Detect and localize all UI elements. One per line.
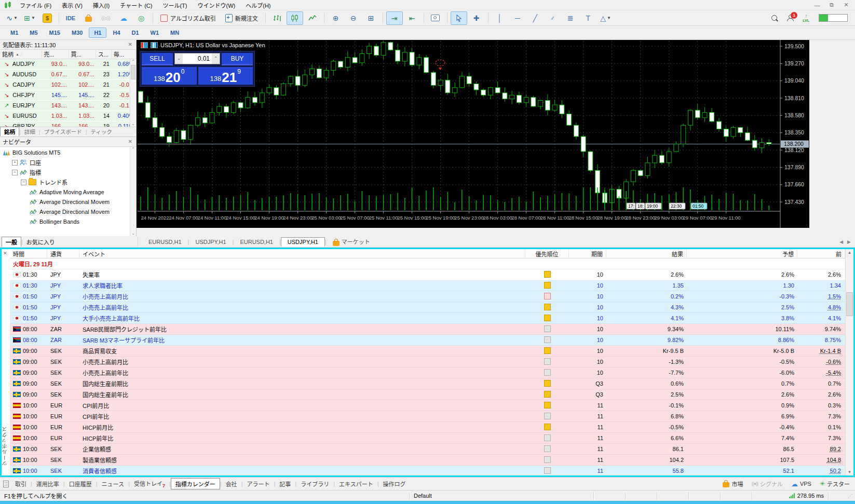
menu-item-2[interactable]: 挿入(I) [88, 2, 115, 10]
vline-icon[interactable]: │ [492, 11, 508, 25]
timeframe-M1[interactable]: M1 [5, 28, 23, 38]
market-bag-icon[interactable] [80, 11, 97, 25]
market-watch-row[interactable]: ↘ CADJPY102....102....21-0.0... [0, 80, 136, 90]
cursor-icon[interactable] [451, 11, 467, 25]
tile-windows-icon[interactable]: ⊞ [363, 11, 379, 25]
chart-tab-0[interactable]: EURUSD,H1 [142, 238, 188, 246]
toolbox-tab-2[interactable]: 口座履歴 [65, 478, 96, 489]
calendar-row[interactable]: 01:30JPY求人求職者比率101.351.301.34 [10, 280, 845, 291]
expand-icon[interactable]: + [12, 160, 18, 166]
timeframe-M15[interactable]: M15 [44, 28, 65, 38]
timeframe-M5[interactable]: M5 [24, 28, 43, 38]
tab-scroll-icon[interactable]: ▶ [847, 239, 851, 244]
timeframe-D1[interactable]: D1 [127, 28, 144, 38]
toolbox-tab-1[interactable]: 運用比率 [32, 478, 63, 489]
close-icon[interactable]: ✕ [127, 42, 133, 47]
lvl-icon[interactable]: ↑LVL [803, 13, 809, 22]
timeframe-H4[interactable]: H4 [107, 28, 125, 38]
menu-item-4[interactable]: ツール(T) [157, 2, 192, 10]
toolbox-tab-6[interactable]: 会社 [222, 478, 241, 489]
chart-window-icon[interactable]: ⊞▼ [21, 11, 38, 25]
calendar-column-4[interactable]: 期間 [569, 250, 606, 258]
algo-trading-button[interactable]: アルゴリズム取引 [156, 11, 220, 25]
market-watch-row[interactable]: ↘ GBPJPY166....166....190.11% [0, 121, 136, 127]
market-watch-tab-1[interactable]: 詳細 [21, 127, 39, 136]
collapse-icon[interactable]: − [12, 170, 18, 175]
calendar-row[interactable]: 10:00EURCPI前年比116.8%6.9%7.3% [10, 411, 845, 422]
calendar-row[interactable]: 10:00SEK製造業信頼感11104.2107.5104.8 [10, 455, 845, 466]
toolbox-tab-0[interactable]: 取引 [11, 478, 31, 489]
calendar-column-2[interactable]: イベント [79, 250, 525, 258]
search-icon[interactable] [771, 15, 777, 21]
navigator-scrollbar[interactable]: ⌃⌄ [130, 147, 136, 236]
scroll-thumb[interactable] [846, 292, 853, 316]
calendar-row[interactable]: 01:30JPY失業率102.6%2.6%2.6% [10, 269, 845, 280]
market-watch-row[interactable]: ↗ EURJPY143....143....20-0.1... [0, 101, 136, 111]
column-header-2[interactable]: 買... [69, 50, 96, 59]
market-watch-row[interactable]: ↘ AUDJPY93.0...93.0...210.68% [0, 59, 136, 70]
navigator-item-4[interactable]: Adaptive Moving Average [0, 187, 136, 197]
market-watch-tab-2[interactable]: プライスボード [40, 127, 85, 136]
calendar-scrollbar[interactable]: ▲ ▼ [845, 249, 853, 475]
calendar-row[interactable]: 01:50JPY大手小売売上高前年比104.1%3.8%4.1% [10, 313, 845, 324]
buy-price[interactable]: 138 21 9 [198, 67, 253, 85]
calendar-column-1[interactable]: 通貨 [47, 250, 79, 258]
menu-item-3[interactable]: チャート (C) [115, 2, 157, 10]
calendar-row[interactable]: 09:00SEK商品貿易収支10Kr-9.5 BKr-5.0 BKr-1.4 B [10, 346, 845, 357]
column-header-4[interactable]: 毎... [112, 50, 136, 59]
volume-value[interactable]: 0.01 [183, 53, 212, 64]
volume-up-icon[interactable]: ⌃ [212, 53, 220, 64]
market-watch-tab-0[interactable]: 銘柄 [0, 127, 19, 137]
market-watch-scrollbar[interactable]: ⌃⌄ [130, 59, 136, 127]
chart-profile-icon[interactable]: ∿▼ [4, 11, 20, 25]
tab-scroll-arrows[interactable]: ◀▶ [839, 239, 855, 244]
user-account-icon[interactable]: 1 [786, 15, 793, 21]
screenshot-icon[interactable] [427, 11, 444, 25]
market-watch-row[interactable]: ↘ AUDUSD0.67...0.67...231.20% [0, 70, 136, 80]
toolbox-tab-5[interactable]: 指標カレンダー [171, 478, 220, 489]
scroll-up-icon[interactable]: ▲ [848, 250, 852, 255]
calendar-column-7[interactable]: 前 [797, 250, 845, 258]
calendar-column-3[interactable]: 優先順位 [525, 250, 569, 258]
menu-item-5[interactable]: ウインドウ(W) [193, 2, 241, 10]
toolbox-tab-10[interactable]: エキスパート [335, 478, 377, 489]
chart-shift-icon[interactable]: ⇤ [404, 11, 420, 25]
auto-scroll-icon[interactable]: ⇥ [386, 11, 403, 25]
menu-item-1[interactable]: 表示 (V) [57, 2, 88, 10]
toolbox-tab-8[interactable]: 記事 [275, 478, 295, 489]
calendar-row[interactable]: 09:00SEK国内総生産前年比Q32.5%2.6%2.6% [10, 389, 845, 400]
column-header-1[interactable]: 売... [42, 50, 69, 59]
navigator-tab-0[interactable]: 一般 [2, 237, 21, 247]
scroll-thumb[interactable] [131, 65, 135, 79]
profile-name[interactable]: Default [410, 492, 594, 500]
calendar-row[interactable]: 08:00ZARSARB M3マネーサプライ前年比109.82%8.86%8.7… [10, 335, 845, 346]
calendar-row[interactable]: 10:00EURCPI前月比11-0.1%0.9%0.3% [10, 400, 845, 411]
minimize-button[interactable]: — [813, 2, 821, 8]
tab-scroll-icon[interactable]: ◀ [839, 239, 843, 244]
timeframe-M30[interactable]: M30 [66, 28, 88, 38]
column-header-3[interactable]: ス... [96, 50, 112, 59]
menu-item-0[interactable]: ファイル (F) [15, 2, 57, 10]
candles-chart-icon[interactable] [287, 11, 303, 25]
calendar-row[interactable]: 09:00SEK小売売上高前月比10-1.3%-0.5%-0.6% [10, 357, 845, 367]
timeframe-H1[interactable]: H1 [89, 28, 106, 38]
chart-tab-2[interactable]: EURUSD,H1 [234, 238, 279, 246]
resize-grip[interactable]: ⋰ [848, 493, 855, 499]
bottom-service-2[interactable]: ☁VPS [791, 480, 811, 488]
calendar-column-6[interactable]: 予想 [687, 250, 797, 258]
market-tab[interactable]: マーケット [327, 236, 376, 247]
toolbox-tab-3[interactable]: ニュース [98, 478, 128, 489]
vps-radar-icon[interactable]: ◎ [133, 11, 150, 25]
signals-icon[interactable]: ((o)) [98, 11, 114, 25]
toolbox-tab-9[interactable]: ライブラリ [296, 478, 333, 489]
channel-icon[interactable]: ∕∕ [545, 11, 561, 25]
navigator-item-3[interactable]: −トレンド系 [0, 178, 136, 187]
chart-window[interactable]: 139.500139.270139.040138.810138.580138.3… [137, 40, 809, 236]
column-header-0[interactable]: 銘柄 ▲ [0, 50, 42, 59]
fibonacci-icon[interactable]: ≣ [562, 11, 579, 25]
scroll-down-icon[interactable]: ▼ [848, 470, 852, 474]
volume-down-icon[interactable]: ⌄ [175, 53, 183, 64]
calendar-row[interactable]: 10:00EURHICP前年比116.6%7.4%7.3% [10, 433, 845, 444]
zoom-in-icon[interactable]: ⊕ [328, 11, 344, 25]
connection-status[interactable]: 278.95 ms [752, 492, 829, 500]
